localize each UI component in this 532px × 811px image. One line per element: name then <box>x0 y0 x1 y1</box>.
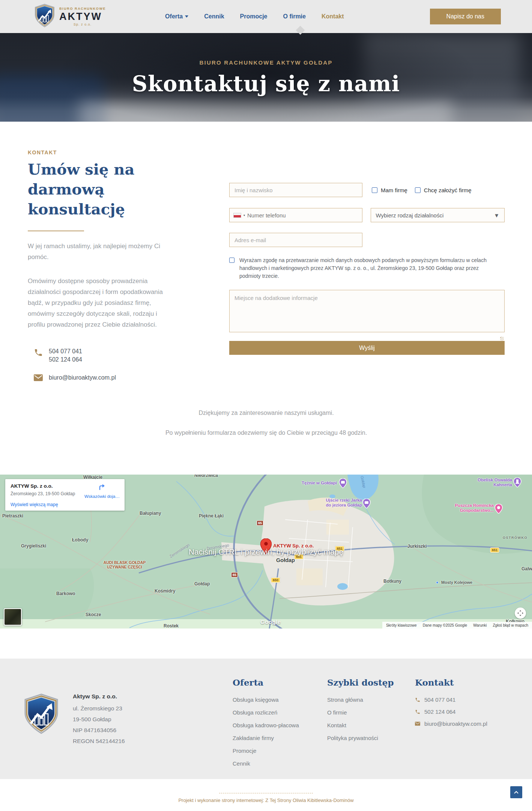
email-icon <box>415 722 420 726</box>
footer-link-ksiegowa[interactable]: Obsługa księgowa <box>233 696 327 703</box>
main-nav: Oferta Cennik Promocje O firmie Kontakt <box>165 13 344 20</box>
map-label-town: Rostek <box>164 623 179 629</box>
write-to-us-button[interactable]: Napisz do nas <box>430 9 501 24</box>
map-label-town: Gołdap <box>194 581 210 586</box>
footer-address-1: ul. Żeromskiego 23 <box>73 703 125 714</box>
resize-handle[interactable] <box>500 337 504 341</box>
flag-caret-icon[interactable]: ▾ <box>243 214 245 217</box>
satellite-toggle[interactable] <box>4 608 22 626</box>
phone-icon <box>34 348 43 359</box>
terms-link[interactable]: Warunki <box>473 623 487 627</box>
email-address[interactable]: biuro@biuroaktyw.com.pl <box>49 374 116 382</box>
poland-flag-icon[interactable] <box>233 213 241 218</box>
phone-input[interactable] <box>247 212 358 219</box>
directions-link[interactable]: Wskazówki doja… <box>84 484 120 499</box>
logo-tagline: BIURO RACHUNKOWE <box>59 7 106 11</box>
phone-field: ▾ <box>229 208 362 222</box>
view-larger-map-link[interactable]: Wyświetl większą mapę <box>11 502 58 507</box>
email-row[interactable]: biuro@biuroaktyw.com.pl <box>28 374 174 383</box>
footer-heading-oferta: Oferta <box>233 677 327 687</box>
form-row-email <box>229 233 505 247</box>
footer-link-o-firmie[interactable]: O firmie <box>327 709 415 716</box>
footer-nip: NIP 8471634056 <box>73 725 125 736</box>
phone-number-2[interactable]: 502 124 064 <box>49 356 82 364</box>
logo-subtitle: Sp. z o.o. <box>74 23 92 26</box>
footer-email[interactable]: biuro@biuroaktyw.com.pl <box>415 721 506 727</box>
map-poi-pin-camera[interactable] <box>339 478 347 490</box>
shield-logo-icon <box>34 4 56 29</box>
thanks-line-1: Dziękujemy za zainteresowanie naszymi us… <box>28 410 505 416</box>
map-poi-label: Ujście rzeki Jarkado jeziora Gołdap <box>311 498 362 508</box>
nav-item-o-firmie[interactable]: O firmie <box>283 13 306 20</box>
company-checkboxes: Mam firmę Chcę założyć firmę <box>372 187 472 193</box>
route-shield-65: 65 <box>231 572 238 577</box>
phone-row[interactable]: 504 077 041 502 124 064 <box>28 347 174 364</box>
footer-phone-1[interactable]: 504 077 041 <box>415 696 506 703</box>
bottom-bar: Projekt i wykonanie strony internetowej:… <box>0 779 532 811</box>
report-error-link[interactable]: Zgłoś błąd w mapach <box>493 623 529 627</box>
have-company-checkbox[interactable] <box>372 187 377 193</box>
start-company-checkbox[interactable] <box>415 187 421 193</box>
footer-link-zakladanie[interactable]: Zakładanie firmy <box>233 735 327 741</box>
start-company-option[interactable]: Chcę założyć firmę <box>415 187 472 193</box>
message-field-wrap <box>229 290 505 332</box>
credit-link[interactable]: Projekt i wykonanie strony internetowej:… <box>0 797 532 803</box>
footer-link-polityka[interactable]: Polityka prywatności <box>327 735 415 741</box>
consent-row: Wyrażam zgodę na przetwarzanie moich dan… <box>229 256 505 280</box>
hero-banner: BIURO RACHUNKOWE AKTYW GOŁDAP Skontaktuj… <box>0 33 532 122</box>
route-shield-65: 65 <box>257 520 263 526</box>
footer-phone-2[interactable]: 502 124 064 <box>415 708 506 715</box>
footer-link-strona-glowna[interactable]: Strona główna <box>327 696 415 703</box>
map-label-town: Niedrzwica <box>194 475 218 478</box>
nav-item-cennik[interactable]: Cennik <box>204 13 224 20</box>
footer-address-2: 19-500 Gołdap <box>73 714 125 725</box>
directions-label[interactable]: Wskazówki doja… <box>84 494 120 499</box>
map-poi-label: Puszcza RominckaGospodarstwo... <box>442 503 494 513</box>
message-textarea[interactable] <box>229 290 505 332</box>
map-label-town: Galwiecie <box>521 566 532 571</box>
chevron-down-icon <box>185 15 188 18</box>
footer-link-cennik[interactable]: Cennik <box>233 760 327 767</box>
google-map[interactable]: Wiłkajcie Niedrzwica Pietraszki Bałupian… <box>0 475 532 629</box>
map-poi-pin-park[interactable] <box>494 504 503 515</box>
keyboard-shortcuts-link[interactable]: Skróty klawiszowe <box>386 623 417 627</box>
pan-control[interactable] <box>515 607 526 619</box>
footer-link-kadrowo[interactable]: Obsługa kadrowo-płacowa <box>233 722 327 728</box>
business-type-select[interactable]: Wybierz rodzaj działalności ▼ <box>371 208 505 222</box>
consent-checkbox[interactable] <box>229 258 234 263</box>
footer-heading-szybki: Szybki dostęp <box>327 677 415 687</box>
directions-icon <box>98 484 106 491</box>
footer-col-kontakt: Kontakt 504 077 041 502 124 064 biuro@bi… <box>415 677 506 779</box>
email-input[interactable] <box>229 233 362 247</box>
footer-link-rozliczen[interactable]: Obsługa rozliczeń <box>233 709 327 716</box>
scroll-to-top-button[interactable] <box>510 786 522 798</box>
logo[interactable]: BIURO RACHUNKOWE AKTYW Sp. z o.o. <box>34 4 106 29</box>
section-label: KONTAKT <box>28 149 174 155</box>
phone-icon <box>415 709 420 715</box>
business-type-value: Wybierz rodzaj działalności <box>376 212 444 219</box>
map-label-town: Kośmidry <box>155 588 175 594</box>
map-info-card: AKTYW Sp. z o.o. Żeromskiego 23, 19-500 … <box>5 479 125 511</box>
google-logo[interactable]: Google <box>260 619 281 625</box>
nav-item-promocje[interactable]: Promocje <box>240 13 268 20</box>
phone-number-1[interactable]: 504 077 041 <box>49 347 82 356</box>
have-company-option[interactable]: Mam firmę <box>372 187 407 193</box>
map-poi-pin-camera[interactable] <box>362 499 371 510</box>
hero-content: BIURO RACHUNKOWE AKTYW GOŁDAP Skontaktuj… <box>0 33 532 122</box>
nav-item-kontakt[interactable]: Kontakt <box>322 13 344 20</box>
footer-regon: REGON 542144216 <box>73 736 125 746</box>
hero-eyebrow: BIURO RACHUNKOWE AKTYW GOŁDAP <box>0 59 532 66</box>
name-input[interactable] <box>229 183 362 197</box>
footer-brand: Aktyw Sp. z o.o. ul. Żeromskiego 23 19-5… <box>23 693 233 779</box>
submit-button[interactable]: Wyślij <box>229 341 505 355</box>
footer-link-promocje[interactable]: Promocje <box>233 748 327 754</box>
site-header: BIURO RACHUNKOWE AKTYW Sp. z o.o. Oferta… <box>0 0 532 33</box>
nav-item-oferta[interactable]: Oferta <box>165 13 188 20</box>
map-poi-label: AUDI BLASK GOŁDAPUŻYWANE CZĘŚCI <box>98 560 151 569</box>
footer-col-szybki-dostep: Szybki dostęp Strona główna O firmie Kon… <box>327 677 415 779</box>
map-label-town: Pietraszki <box>2 513 23 519</box>
intro-paragraph-2: Omówimy dostępne sposoby prowadzenia dzi… <box>28 276 174 330</box>
intro-paragraph-1: W jej ramach ustalimy, jak najlepiej moż… <box>28 241 174 262</box>
footer-link-kontakt[interactable]: Kontakt <box>327 722 415 728</box>
map-poi-pin-monument[interactable] <box>513 478 521 489</box>
